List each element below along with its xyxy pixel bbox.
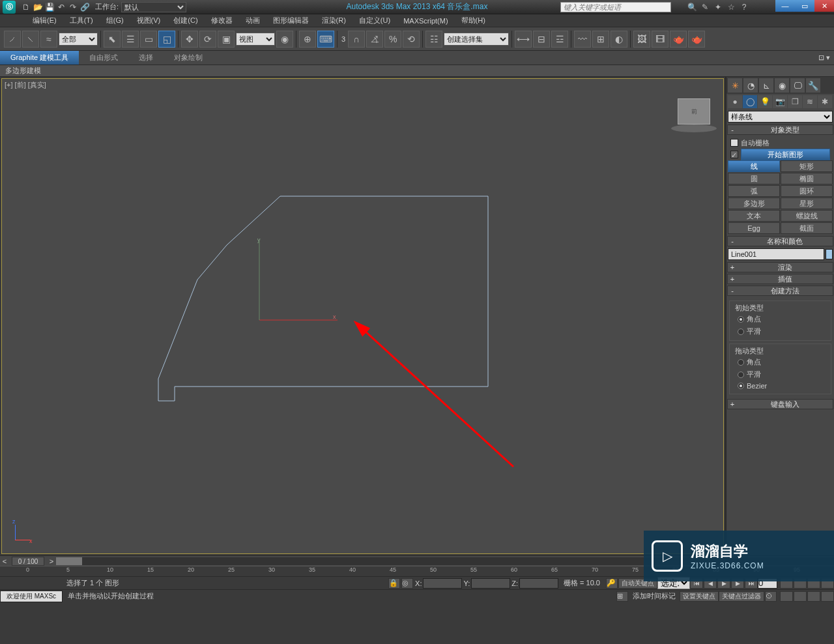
layer-icon[interactable]: ☲ (551, 31, 568, 48)
favorite-icon[interactable]: ☆ (726, 2, 736, 12)
rotate-icon[interactable]: ⟳ (199, 31, 216, 48)
minimize-button[interactable]: — (775, 0, 795, 12)
time-config-icon[interactable]: ⏲ (765, 591, 777, 602)
exchange-icon[interactable]: ✦ (713, 2, 723, 12)
rollout-keyboard-entry[interactable]: +键盘输入 (727, 399, 833, 409)
menu-edit[interactable]: 编辑(E) (26, 14, 63, 27)
cat-shapes-icon[interactable]: ◯ (743, 95, 757, 108)
schematic-icon[interactable]: ⊞ (592, 31, 609, 48)
open-icon[interactable]: 📂 (33, 2, 43, 12)
nav-maximize-icon[interactable] (821, 591, 834, 602)
named-sel-icon[interactable]: ☷ (425, 31, 442, 48)
workspace-select[interactable]: 默认 (121, 2, 186, 12)
cat-systems-icon[interactable]: ✱ (818, 95, 832, 108)
spline-line001[interactable] (158, 196, 488, 401)
viewcube[interactable]: 前 (678, 98, 710, 124)
mirror-icon[interactable]: ⟷ (515, 31, 532, 48)
rollout-object-type[interactable]: -对象类型 (727, 124, 833, 135)
nav-zoom-ext-icon[interactable] (780, 591, 793, 602)
scale-icon[interactable]: ▣ (218, 31, 235, 48)
render-prod-icon[interactable]: 🫖 (688, 31, 705, 48)
spinner-snap-icon[interactable]: ⟲ (403, 31, 420, 48)
maximize-button[interactable]: ▭ (795, 0, 814, 12)
shape-ellipse-button[interactable]: 椭圆 (781, 173, 833, 184)
drag-corner-radio[interactable] (738, 359, 744, 366)
initial-smooth-radio[interactable] (738, 329, 744, 335)
menu-create[interactable]: 创建(C) (167, 14, 204, 27)
shape-ngon-button[interactable]: 多边形 (728, 198, 780, 209)
shape-rectangle-button[interactable]: 矩形 (781, 160, 833, 172)
y-coord-input[interactable] (471, 578, 510, 589)
help-icon[interactable]: ? (739, 2, 749, 12)
select-name-icon[interactable]: ☰ (122, 31, 139, 48)
save-icon[interactable]: 💾 (44, 2, 55, 12)
keyboard-shortcut-icon[interactable]: ⌨ (317, 31, 334, 48)
pivot-icon[interactable]: ◉ (276, 31, 293, 48)
redo-icon[interactable]: ↷ (68, 2, 78, 12)
menu-render[interactable]: 渲染(R) (315, 14, 352, 27)
angle-snap-icon[interactable]: ⦨ (366, 31, 383, 48)
shape-egg-button[interactable]: Egg (728, 222, 780, 234)
close-button[interactable]: ✕ (814, 0, 834, 12)
material-editor-icon[interactable]: ◐ (611, 31, 627, 48)
select-icon[interactable]: ⬉ (104, 31, 121, 48)
menu-animation[interactable]: 动画 (239, 14, 266, 27)
link-icon[interactable]: 🔗 (79, 2, 90, 12)
comm-icon[interactable]: ✎ (700, 2, 710, 12)
time-slider-thumb[interactable] (56, 557, 82, 565)
menu-group[interactable]: 组(G) (100, 14, 130, 27)
set-key-button[interactable]: 设置关键点 (680, 591, 719, 602)
nav-fov-icon[interactable] (794, 591, 807, 602)
time-prev-icon[interactable]: < (0, 557, 9, 565)
ribbon-panel-label[interactable]: 多边形建模 (0, 65, 834, 77)
drag-bezier-radio[interactable] (738, 383, 744, 389)
selection-filter[interactable]: 全部 (59, 33, 98, 46)
snap-toggle-icon[interactable]: ∩ (348, 31, 365, 48)
x-coord-input[interactable] (423, 578, 462, 589)
tab-hierarchy-icon[interactable]: ⊾ (759, 78, 773, 93)
tab-modify-icon[interactable]: ◔ (743, 78, 758, 93)
object-name-input[interactable] (728, 248, 824, 260)
percent-snap-icon[interactable]: % (384, 31, 401, 48)
nav-region-icon[interactable] (807, 591, 820, 602)
curve-editor-icon[interactable]: 〰 (574, 31, 591, 48)
start-new-shape-button[interactable]: 开始新图形 (741, 149, 830, 160)
rollout-render[interactable]: +渲染 (727, 262, 833, 272)
object-color-swatch[interactable] (826, 249, 833, 259)
render-icon[interactable]: 🫖 (670, 31, 687, 48)
window-crossing-icon[interactable]: ◱ (158, 31, 175, 48)
manipulate-icon[interactable]: ⊕ (299, 31, 316, 48)
undo-icon[interactable]: ↶ (56, 2, 66, 12)
shape-circle-button[interactable]: 圆 (728, 173, 780, 184)
drag-smooth-radio[interactable] (738, 372, 744, 378)
iso-selection-icon[interactable]: ◎ (401, 578, 413, 589)
autogrid-checkbox[interactable] (730, 139, 738, 147)
ribbon-tab-paint[interactable]: 对象绘制 (164, 51, 213, 65)
menu-customize[interactable]: 自定义(U) (352, 14, 397, 27)
frame-indicator[interactable]: 0 / 100 (12, 557, 44, 566)
link-tool-icon[interactable]: ⟋ (4, 31, 21, 48)
shape-text-button[interactable]: 文本 (728, 210, 780, 222)
render-frame-icon[interactable]: 🎞 (652, 31, 669, 48)
bind-spacewarp-icon[interactable]: ≈ (40, 31, 57, 48)
shape-star-button[interactable]: 星形 (781, 198, 833, 209)
ribbon-tab-graphite[interactable]: Graphite 建模工具 (0, 51, 79, 65)
rollout-creation-method[interactable]: -创建方法 (727, 285, 833, 296)
cat-lights-icon[interactable]: 💡 (758, 95, 772, 108)
cat-geometry-icon[interactable]: ● (728, 95, 742, 108)
menu-modifiers[interactable]: 修改器 (205, 14, 239, 27)
add-time-tag[interactable]: 添加时间标记 (629, 591, 680, 601)
menu-views[interactable]: 视图(V) (130, 14, 167, 27)
lock-icon[interactable]: 🔑 (606, 578, 618, 589)
tab-utilities-icon[interactable]: 🔧 (806, 78, 820, 93)
tab-display-icon[interactable]: 🖵 (790, 78, 805, 93)
initial-corner-radio[interactable] (738, 316, 744, 323)
shape-donut-button[interactable]: 圆环 (781, 185, 833, 197)
menu-tools[interactable]: 工具(T) (63, 14, 100, 27)
time-next-icon[interactable]: > (47, 557, 56, 565)
select-region-icon[interactable]: ▭ (140, 31, 157, 48)
search-icon[interactable]: 🔍 (687, 2, 697, 12)
cat-spacewarps-icon[interactable]: ≋ (803, 95, 817, 108)
cat-helpers-icon[interactable]: ❐ (788, 95, 802, 108)
ref-coord-system[interactable]: 视图 (236, 33, 275, 46)
